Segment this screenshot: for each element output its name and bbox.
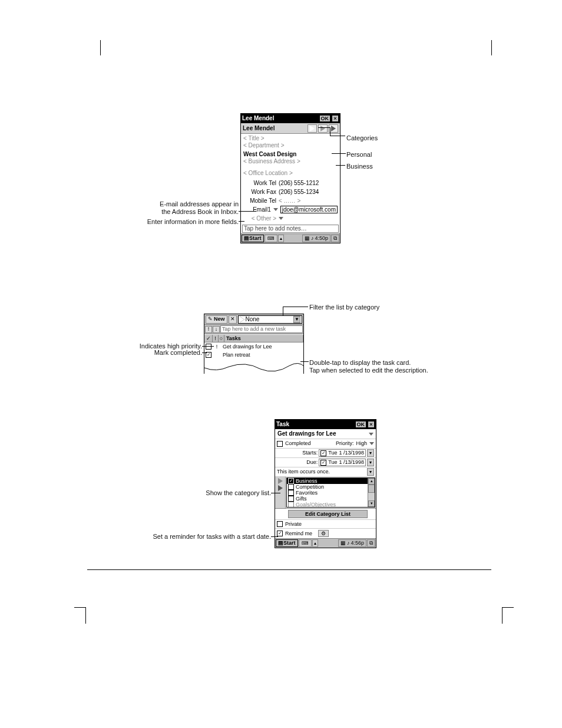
leader-line xyxy=(300,361,309,362)
leader-line xyxy=(318,127,330,128)
date-sort-icon[interactable]: ↓ xyxy=(213,326,220,333)
edit-category-button[interactable]: Edit Category List xyxy=(288,510,368,518)
category-item[interactable]: ✓ Business xyxy=(287,478,375,484)
tag-white-icon[interactable] xyxy=(308,124,317,133)
ok-button[interactable]: OK xyxy=(319,115,331,122)
bus-addr-placeholder[interactable]: < Business Address > xyxy=(243,158,338,165)
chevron-down-icon[interactable] xyxy=(369,442,374,445)
chevron-down-icon[interactable] xyxy=(369,433,373,436)
desktop-icon[interactable]: ⧉ xyxy=(367,539,375,547)
keyboard-icon[interactable]: ⌨ xyxy=(265,235,277,242)
annotation-doubletap: Double-tap to display the task card. Tap… xyxy=(309,359,428,374)
scroll-thumb[interactable] xyxy=(368,485,375,493)
annotation-showcat: Show the category list. xyxy=(153,489,271,497)
ok-button[interactable]: OK xyxy=(355,421,367,428)
scroll-up-icon[interactable]: ▴ xyxy=(368,478,375,485)
due-date: 1 /13/1998 xyxy=(339,459,364,466)
priority-sort-icon[interactable]: ! xyxy=(205,326,212,333)
task-checkbox[interactable] xyxy=(206,344,211,350)
new-task-row: ! ↓ Tap here to add a new task xyxy=(204,325,303,334)
start-button[interactable]: ▤ Start xyxy=(276,539,298,547)
notes-input[interactable]: Tap here to add notes… xyxy=(242,225,339,233)
department-placeholder[interactable]: < Department > xyxy=(243,142,338,149)
start-label: Start xyxy=(249,235,262,242)
contact-name: Lee Mendel xyxy=(243,125,306,132)
up-arrow-icon[interactable]: ▴ xyxy=(278,235,284,242)
leader-line xyxy=(202,346,214,347)
category-checkbox[interactable] xyxy=(288,484,294,490)
recur-dropdown-icon[interactable]: ▾ xyxy=(367,468,374,476)
category-item[interactable]: Competition xyxy=(287,484,375,490)
category-checkbox[interactable]: ✓ xyxy=(288,478,294,484)
new-label: New xyxy=(214,316,225,322)
recur-row[interactable]: This item occurs once. ▾ xyxy=(275,467,376,477)
remind-row: ✓ Remind me ⚙ xyxy=(275,529,376,538)
work-tel-value: (206) 555-1212 xyxy=(279,180,338,187)
leader-line xyxy=(271,536,278,537)
task-row[interactable]: ! Get drawings for Lee xyxy=(204,342,303,351)
leader-line xyxy=(336,165,345,166)
category-item[interactable]: Goals/Objectives xyxy=(287,502,375,508)
category-checkbox[interactable] xyxy=(288,490,294,496)
date-spin-button[interactable]: ▾ xyxy=(367,459,374,466)
annotation-mark: Mark completed. xyxy=(118,349,202,357)
windows-icon: ▤ xyxy=(244,235,249,242)
sound-icon: ♪ xyxy=(347,540,350,546)
delete-button[interactable]: ✕ xyxy=(229,315,237,324)
office-loc-placeholder[interactable]: < Office Location > xyxy=(243,170,338,177)
remind-label: Remind me xyxy=(285,531,312,537)
desktop-icon[interactable]: ⧉ xyxy=(331,235,339,242)
recur-label: This item occurs once. xyxy=(277,469,330,475)
annotation-setreminder: Set a reminder for tasks with a start da… xyxy=(118,533,271,541)
scrollbar[interactable]: ▴ ▾ xyxy=(368,478,375,507)
category-item[interactable]: Favorites xyxy=(287,490,375,496)
category-item[interactable]: Gifts xyxy=(287,496,375,502)
task-titlebar: Task OK × xyxy=(275,420,376,429)
tag-icon[interactable] xyxy=(278,478,283,484)
mobile-tel-value[interactable]: < …… > xyxy=(279,197,338,205)
due-date-checkbox[interactable]: ✓ xyxy=(320,460,326,466)
start-date-field[interactable]: ✓ Tue 1 /13/1998 xyxy=(319,449,366,457)
keyboard-icon[interactable]: ⌨ xyxy=(299,539,312,547)
task-row[interactable]: ✓ Plan retreat xyxy=(204,351,303,359)
reminder-settings-button[interactable]: ⚙ xyxy=(318,530,329,537)
task-name-row[interactable]: Get drawings for Lee xyxy=(275,429,376,439)
remind-checkbox[interactable]: ✓ xyxy=(277,531,283,536)
chevron-down-icon[interactable] xyxy=(273,208,278,211)
start-date: 1 /13/1998 xyxy=(339,450,364,456)
other-label[interactable]: < Other > xyxy=(243,215,276,222)
col-tasks-label[interactable]: Tasks xyxy=(224,335,303,342)
annotation-filter: Filter the list by category xyxy=(309,304,379,311)
company-name: West Coast Design xyxy=(243,151,338,158)
category-filter-dropdown[interactable]: None ▼ xyxy=(238,315,302,324)
due-date-field[interactable]: ✓ Tue 1 /13/1998 xyxy=(319,459,366,466)
start-date-checkbox[interactable]: ✓ xyxy=(320,450,326,456)
close-button[interactable]: × xyxy=(332,115,339,122)
title-placeholder[interactable]: < Title > xyxy=(243,135,338,142)
start-button[interactable]: ▤ Start xyxy=(242,235,264,242)
tag-icon[interactable] xyxy=(278,485,283,491)
email-input[interactable]: jdoe@microsoft.com xyxy=(280,206,338,213)
private-checkbox[interactable] xyxy=(277,521,283,527)
taskbar: ▤ Start ⌨ ▴ ▩ ♪ 4:50p ⧉ xyxy=(241,233,340,243)
date-spin-button[interactable]: ▾ xyxy=(367,449,374,457)
new-task-input[interactable]: Tap here to add a new task xyxy=(220,325,303,333)
category-checkbox[interactable] xyxy=(288,502,294,508)
chevron-down-icon[interactable] xyxy=(279,217,283,220)
clock-value: 4:56p xyxy=(351,540,364,546)
task-desc[interactable]: Plan retreat xyxy=(221,352,303,358)
crop-mark xyxy=(502,607,514,608)
task-card-window: Task OK × Get drawings for Lee Completed… xyxy=(275,419,376,548)
close-button[interactable]: × xyxy=(368,421,375,428)
col-recur-icon[interactable]: ○ xyxy=(219,335,224,342)
completed-checkbox[interactable] xyxy=(277,441,283,447)
task-desc[interactable]: Get drawings for Lee xyxy=(221,344,303,350)
tag-solid-icon[interactable] xyxy=(318,124,328,133)
col-check-icon[interactable]: ✓ xyxy=(204,335,213,342)
col-priority-icon[interactable]: ! xyxy=(213,335,219,342)
up-arrow-icon[interactable]: ▴ xyxy=(312,539,318,547)
category-checkbox[interactable] xyxy=(288,496,294,502)
category-list[interactable]: ✓ Business Competition Favorites Gifts G… xyxy=(286,477,375,508)
new-task-button[interactable]: ✎ New xyxy=(206,315,227,324)
scroll-down-icon[interactable]: ▾ xyxy=(368,500,375,507)
